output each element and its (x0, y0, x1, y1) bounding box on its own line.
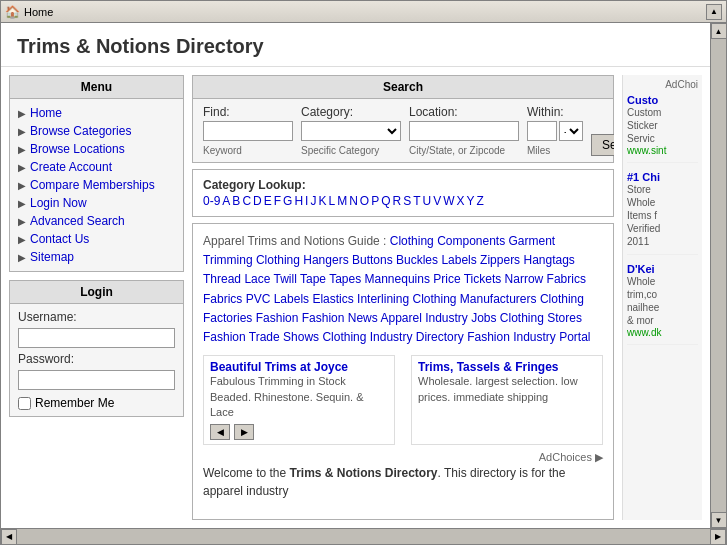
scroll-h-track[interactable] (17, 529, 710, 544)
search-button[interactable]: Search (591, 134, 614, 156)
ad-title-2[interactable]: Trims, Tassels & Fringes (418, 360, 596, 374)
cat-link-g[interactable]: G (283, 194, 292, 208)
menu-item-browse-locations[interactable]: ▶ Browse Locations (18, 141, 175, 157)
cat-link-o[interactable]: O (360, 194, 369, 208)
side-ad-3: D'Kei Wholetrim,conailhee& mor www.dk (627, 263, 698, 345)
scroll-right-btn[interactable]: ▶ (710, 529, 726, 545)
link-hangtags[interactable]: Hangtags (523, 253, 574, 267)
cat-link-f[interactable]: F (274, 194, 281, 208)
within-select[interactable]: - (559, 121, 583, 141)
side-ad-title-3[interactable]: D'Kei (627, 263, 698, 275)
adchoices-label[interactable]: AdChoices ▶ (203, 451, 603, 464)
cat-link-n[interactable]: N (349, 194, 358, 208)
password-label: Password: (18, 352, 175, 366)
link-labels[interactable]: Labels (441, 253, 476, 267)
cat-link-b[interactable]: B (232, 194, 240, 208)
category-sub: Specific Category (301, 145, 401, 156)
link-interlining[interactable]: Interlining (357, 292, 409, 306)
home-link[interactable]: 🏠 Home (5, 5, 53, 19)
link-price-tickets[interactable]: Price Tickets (433, 272, 501, 286)
remember-me-checkbox[interactable] (18, 397, 31, 410)
ad-prev-btn[interactable]: ◀ (210, 424, 230, 440)
page-title: Trims & Notions Directory (17, 35, 694, 58)
menu-item-compare-memberships[interactable]: ▶ Compare Memberships (18, 177, 175, 193)
within-field: Within: - - Miles (527, 105, 583, 156)
side-ad-title-2[interactable]: #1 Chi (627, 171, 698, 183)
link-pvc-labels[interactable]: PVC Labels (246, 292, 309, 306)
link-lace[interactable]: Lace (244, 272, 270, 286)
menu-item-home[interactable]: ▶ Home (18, 105, 175, 121)
menu-item-browse-categories-label: Browse Categories (30, 124, 131, 138)
cat-link-u[interactable]: U (423, 194, 432, 208)
cat-link-i[interactable]: I (305, 194, 308, 208)
link-fashion-industry-portal[interactable]: Fashion Industry Portal (467, 330, 590, 344)
cat-link-y[interactable]: Y (467, 194, 475, 208)
menu-item-browse-categories[interactable]: ▶ Browse Categories (18, 123, 175, 139)
scroll-up-arrow[interactable]: ▲ (706, 4, 722, 20)
link-tapes[interactable]: Tapes (329, 272, 361, 286)
link-clothing-components[interactable]: Clothing Components (390, 234, 505, 248)
link-mannequins[interactable]: Mannequins (365, 272, 430, 286)
ad-title-1[interactable]: Beautiful Trims at Joyce (210, 360, 388, 374)
link-fashion[interactable]: Fashion (256, 311, 299, 325)
cat-link-z[interactable]: Z (477, 194, 484, 208)
cat-link-l[interactable]: L (328, 194, 335, 208)
cat-link-k[interactable]: K (318, 194, 326, 208)
link-twill-tape[interactable]: Twill Tape (274, 272, 326, 286)
cat-link-j[interactable]: J (310, 194, 316, 208)
link-clothing-hangers[interactable]: Clothing Hangers (256, 253, 349, 267)
link-apparel-industry-jobs[interactable]: Apparel Industry Jobs (380, 311, 496, 325)
scroll-track[interactable] (711, 39, 726, 512)
link-fashion-trade-shows[interactable]: Fashion Trade Shows (203, 330, 319, 344)
side-ad-title-1[interactable]: Custo (627, 94, 698, 106)
cat-link-s[interactable]: S (403, 194, 411, 208)
link-buckles[interactable]: Buckles (396, 253, 438, 267)
link-clothing-industry-directory[interactable]: Clothing Industry Directory (322, 330, 463, 344)
cat-link-d[interactable]: D (253, 194, 262, 208)
cat-link-a[interactable]: A (222, 194, 230, 208)
link-narrow-fabrics[interactable]: Narrow Fabrics (505, 272, 586, 286)
cat-link-0-9[interactable]: 0-9 (203, 194, 220, 208)
password-input[interactable] (18, 370, 175, 390)
ad-text-1: Fabulous Trimming in Stock Beaded. Rhine… (210, 374, 388, 420)
menu-item-advanced-search[interactable]: ▶ Advanced Search (18, 213, 175, 229)
link-fabrics[interactable]: Fabrics (203, 292, 242, 306)
link-zippers[interactable]: Zippers (480, 253, 520, 267)
menu-item-login[interactable]: ▶ Login Now (18, 195, 175, 211)
link-fashion-news[interactable]: Fashion News (302, 311, 378, 325)
menu-item-sitemap[interactable]: ▶ Sitemap (18, 249, 175, 265)
cat-link-c[interactable]: C (242, 194, 251, 208)
menu-item-contact[interactable]: ▶ Contact Us (18, 231, 175, 247)
cat-link-p[interactable]: P (371, 194, 379, 208)
scroll-down-btn[interactable]: ▼ (711, 512, 727, 528)
cat-link-x[interactable]: X (457, 194, 465, 208)
cat-link-h[interactable]: H (294, 194, 303, 208)
cat-link-w[interactable]: W (443, 194, 454, 208)
link-buttons[interactable]: Buttons (352, 253, 393, 267)
cat-link-t[interactable]: T (413, 194, 420, 208)
cat-link-e[interactable]: E (264, 194, 272, 208)
location-field: Location: City/State, or Zipcode (409, 105, 519, 156)
location-input[interactable] (409, 121, 519, 141)
menu-arrow: ▶ (18, 216, 26, 227)
within-label: Within: (527, 105, 583, 119)
ad-next-btn[interactable]: ▶ (234, 424, 254, 440)
cat-link-q[interactable]: Q (381, 194, 390, 208)
link-clothing-manufacturers[interactable]: Clothing Manufacturers (412, 292, 536, 306)
menu-item-create-account[interactable]: ▶ Create Account (18, 159, 175, 175)
cat-link-v[interactable]: V (433, 194, 441, 208)
link-clothing-stores[interactable]: Clothing Stores (500, 311, 582, 325)
scroll-left-btn[interactable]: ◀ (1, 529, 17, 545)
scroll-up-btn[interactable]: ▲ (711, 23, 727, 39)
find-input[interactable] (203, 121, 293, 141)
find-field: Find: Keyword (203, 105, 293, 156)
menu-arrow: ▶ (18, 144, 26, 155)
link-thread[interactable]: Thread (203, 272, 241, 286)
category-select[interactable] (301, 121, 401, 141)
link-elastics[interactable]: Elastics (312, 292, 353, 306)
within-input[interactable]: - (527, 121, 557, 141)
cat-link-m[interactable]: M (337, 194, 347, 208)
menu-item-advanced-search-label: Advanced Search (30, 214, 125, 228)
username-input[interactable] (18, 328, 175, 348)
cat-link-r[interactable]: R (393, 194, 402, 208)
